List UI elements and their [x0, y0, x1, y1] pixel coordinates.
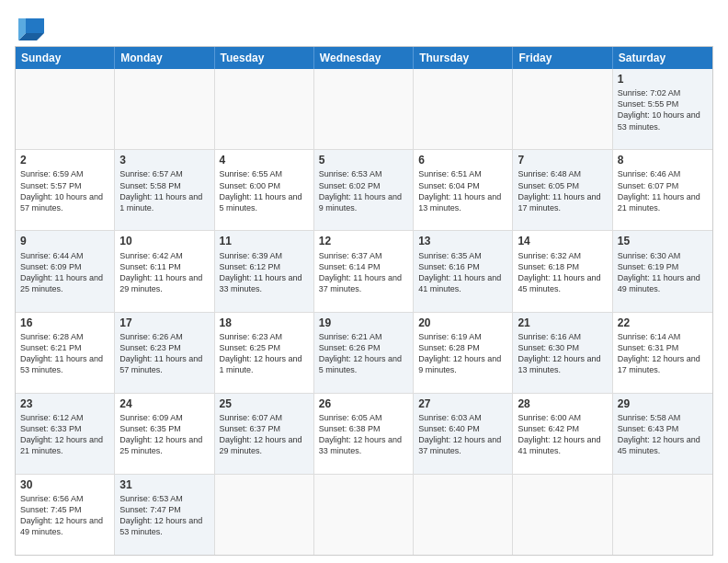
- day-cell: 15Sunrise: 6:30 AM Sunset: 6:19 PM Dayli…: [613, 231, 712, 311]
- cell-text: Sunrise: 7:02 AM Sunset: 5:55 PM Dayligh…: [618, 87, 708, 132]
- day-cell: 27Sunrise: 6:03 AM Sunset: 6:40 PM Dayli…: [414, 394, 513, 474]
- day-number: 16: [20, 316, 109, 330]
- cell-text: Sunrise: 6:14 AM Sunset: 6:31 PM Dayligh…: [618, 331, 708, 376]
- day-cell: [513, 69, 612, 149]
- day-number: 28: [518, 396, 607, 411]
- day-cell: 3Sunrise: 6:57 AM Sunset: 5:58 PM Daylig…: [115, 150, 214, 230]
- cell-text: Sunrise: 6:00 AM Sunset: 6:42 PM Dayligh…: [518, 412, 607, 457]
- logo-icon: [18, 15, 48, 40]
- day-header: Tuesday: [215, 47, 314, 69]
- day-headers: SundayMondayTuesdayWednesdayThursdayFrid…: [16, 47, 712, 69]
- day-header: Saturday: [613, 47, 712, 69]
- day-cell: [314, 69, 414, 149]
- day-cell: 19Sunrise: 6:21 AM Sunset: 6:26 PM Dayli…: [314, 313, 414, 393]
- day-header: Thursday: [414, 47, 513, 69]
- day-cell: 25Sunrise: 6:07 AM Sunset: 6:37 PM Dayli…: [215, 394, 314, 474]
- cell-text: Sunrise: 6:37 AM Sunset: 6:14 PM Dayligh…: [319, 250, 408, 295]
- week-row: 9Sunrise: 6:44 AM Sunset: 6:09 PM Daylig…: [16, 230, 712, 311]
- day-number: 15: [618, 234, 708, 248]
- cell-text: Sunrise: 6:26 AM Sunset: 6:23 PM Dayligh…: [119, 331, 209, 376]
- svg-marker-0: [26, 18, 44, 33]
- cell-text: Sunrise: 6:46 AM Sunset: 6:07 PM Dayligh…: [618, 168, 708, 213]
- cell-text: Sunrise: 6:19 AM Sunset: 6:28 PM Dayligh…: [418, 331, 507, 376]
- day-cell: 22Sunrise: 6:14 AM Sunset: 6:31 PM Dayli…: [613, 313, 712, 393]
- day-cell: [115, 69, 214, 149]
- cell-text: Sunrise: 6:28 AM Sunset: 6:21 PM Dayligh…: [20, 331, 109, 376]
- day-cell: [314, 475, 414, 555]
- cell-text: Sunrise: 6:53 AM Sunset: 6:02 PM Dayligh…: [319, 168, 408, 213]
- day-number: 19: [319, 316, 408, 330]
- day-cell: 4Sunrise: 6:55 AM Sunset: 6:00 PM Daylig…: [215, 150, 314, 230]
- day-number: 31: [119, 477, 209, 492]
- day-cell: 29Sunrise: 5:58 AM Sunset: 6:43 PM Dayli…: [613, 394, 712, 474]
- day-cell: 28Sunrise: 6:00 AM Sunset: 6:42 PM Dayli…: [513, 394, 612, 474]
- day-cell: 24Sunrise: 6:09 AM Sunset: 6:35 PM Dayli…: [115, 394, 214, 474]
- day-cell: [414, 475, 513, 555]
- day-number: 24: [119, 396, 209, 411]
- cell-text: Sunrise: 6:39 AM Sunset: 6:12 PM Dayligh…: [220, 250, 309, 295]
- cell-text: Sunrise: 6:48 AM Sunset: 6:05 PM Dayligh…: [518, 168, 607, 213]
- day-number: 14: [518, 234, 607, 248]
- day-cell: 11Sunrise: 6:39 AM Sunset: 6:12 PM Dayli…: [215, 231, 314, 311]
- day-number: 21: [518, 316, 607, 330]
- day-number: 20: [418, 316, 507, 330]
- cell-text: Sunrise: 6:16 AM Sunset: 6:30 PM Dayligh…: [518, 331, 607, 376]
- day-cell: [613, 475, 712, 555]
- day-header: Monday: [115, 47, 214, 69]
- day-cell: 2Sunrise: 6:59 AM Sunset: 5:57 PM Daylig…: [16, 150, 115, 230]
- day-number: 10: [119, 234, 209, 248]
- day-number: 2: [20, 153, 109, 167]
- day-cell: 14Sunrise: 6:32 AM Sunset: 6:18 PM Dayli…: [513, 231, 612, 311]
- day-number: 23: [20, 396, 109, 411]
- day-cell: [16, 69, 115, 149]
- cell-text: Sunrise: 6:03 AM Sunset: 6:40 PM Dayligh…: [418, 412, 507, 457]
- day-number: 17: [119, 316, 209, 330]
- day-number: 6: [418, 153, 507, 167]
- week-row: 2Sunrise: 6:59 AM Sunset: 5:57 PM Daylig…: [16, 149, 712, 230]
- day-number: 18: [220, 316, 309, 330]
- calendar: SundayMondayTuesdayWednesdayThursdayFrid…: [15, 46, 713, 556]
- day-cell: 8Sunrise: 6:46 AM Sunset: 6:07 PM Daylig…: [613, 150, 712, 230]
- cell-text: Sunrise: 6:23 AM Sunset: 6:25 PM Dayligh…: [220, 331, 309, 376]
- day-cell: 7Sunrise: 6:48 AM Sunset: 6:05 PM Daylig…: [513, 150, 612, 230]
- week-row: 23Sunrise: 6:12 AM Sunset: 6:33 PM Dayli…: [16, 393, 712, 474]
- cell-text: Sunrise: 6:21 AM Sunset: 6:26 PM Dayligh…: [319, 331, 408, 376]
- day-number: 11: [220, 234, 309, 248]
- cell-text: Sunrise: 6:57 AM Sunset: 5:58 PM Dayligh…: [119, 168, 209, 213]
- cell-text: Sunrise: 6:30 AM Sunset: 6:19 PM Dayligh…: [618, 250, 708, 295]
- day-cell: 5Sunrise: 6:53 AM Sunset: 6:02 PM Daylig…: [314, 150, 414, 230]
- day-header: Wednesday: [314, 47, 414, 69]
- weeks: 1Sunrise: 7:02 AM Sunset: 5:55 PM Daylig…: [16, 69, 712, 555]
- day-cell: 13Sunrise: 6:35 AM Sunset: 6:16 PM Dayli…: [414, 231, 513, 311]
- day-header: Sunday: [16, 47, 115, 69]
- cell-text: Sunrise: 6:09 AM Sunset: 6:35 PM Dayligh…: [119, 412, 209, 457]
- cell-text: Sunrise: 6:59 AM Sunset: 5:57 PM Dayligh…: [20, 168, 109, 213]
- day-number: 13: [418, 234, 507, 248]
- day-number: 12: [319, 234, 408, 248]
- day-cell: 20Sunrise: 6:19 AM Sunset: 6:28 PM Dayli…: [414, 313, 513, 393]
- day-cell: 18Sunrise: 6:23 AM Sunset: 6:25 PM Dayli…: [215, 313, 314, 393]
- cell-text: Sunrise: 5:58 AM Sunset: 6:43 PM Dayligh…: [618, 412, 708, 457]
- day-cell: 17Sunrise: 6:26 AM Sunset: 6:23 PM Dayli…: [115, 313, 214, 393]
- logo: [15, 15, 48, 40]
- day-cell: 26Sunrise: 6:05 AM Sunset: 6:38 PM Dayli…: [314, 394, 414, 474]
- day-number: 27: [418, 396, 507, 411]
- day-cell: 21Sunrise: 6:16 AM Sunset: 6:30 PM Dayli…: [513, 313, 612, 393]
- day-number: 8: [618, 153, 708, 167]
- page: SundayMondayTuesdayWednesdayThursdayFrid…: [0, 0, 728, 563]
- header: [15, 11, 713, 40]
- day-number: 29: [618, 396, 708, 411]
- day-cell: 30Sunrise: 6:56 AM Sunset: 7:45 PM Dayli…: [16, 475, 115, 555]
- day-number: 22: [618, 316, 708, 330]
- day-number: 25: [220, 396, 309, 411]
- day-number: 30: [20, 477, 109, 492]
- day-number: 4: [220, 153, 309, 167]
- day-cell: 31Sunrise: 6:53 AM Sunset: 7:47 PM Dayli…: [115, 475, 214, 555]
- cell-text: Sunrise: 6:42 AM Sunset: 6:11 PM Dayligh…: [119, 250, 209, 295]
- day-number: 7: [518, 153, 607, 167]
- cell-text: Sunrise: 6:12 AM Sunset: 6:33 PM Dayligh…: [20, 412, 109, 457]
- week-row: 16Sunrise: 6:28 AM Sunset: 6:21 PM Dayli…: [16, 312, 712, 393]
- day-cell: 1Sunrise: 7:02 AM Sunset: 5:55 PM Daylig…: [613, 69, 712, 149]
- cell-text: Sunrise: 6:56 AM Sunset: 7:45 PM Dayligh…: [20, 493, 109, 538]
- day-cell: 6Sunrise: 6:51 AM Sunset: 6:04 PM Daylig…: [414, 150, 513, 230]
